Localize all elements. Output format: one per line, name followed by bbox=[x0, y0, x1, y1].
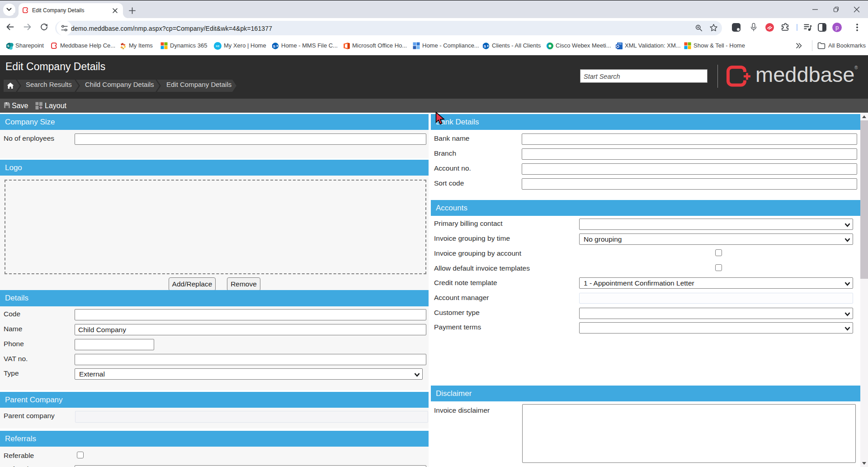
svg-text:S: S bbox=[273, 44, 276, 48]
svg-text:S: S bbox=[484, 44, 486, 48]
svg-text:S: S bbox=[7, 44, 9, 48]
